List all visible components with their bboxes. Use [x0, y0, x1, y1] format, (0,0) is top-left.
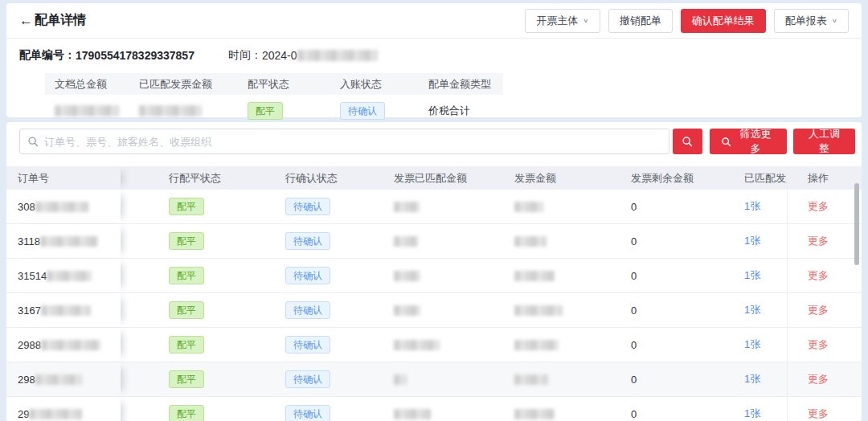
vertical-scrollbar-thumb[interactable]	[854, 183, 859, 265]
row-confirm-badge: 待确认	[285, 198, 330, 215]
row-confirm-badge: 待确认	[285, 232, 330, 250]
summary-header-row: 文档总金额 已匹配发票金额 配平状态 入账状态 配单金额类型	[45, 73, 503, 95]
redacted-matched-amount	[394, 374, 407, 385]
more-action-link[interactable]: 更多	[808, 407, 829, 421]
invoice-detail-link[interactable]: 1张	[744, 337, 760, 352]
remaining-amount: 0	[591, 259, 707, 292]
order-no-prefix: 29	[18, 408, 29, 420]
summary-header-doc-total: 文档总金额	[45, 77, 129, 92]
invoice-detail-link[interactable]: 1张	[744, 234, 760, 248]
more-action-link[interactable]: 更多	[808, 199, 829, 214]
revoke-button[interactable]: 撤销配单	[608, 9, 673, 33]
more-action-link[interactable]: 更多	[808, 303, 829, 317]
remaining-amount: 0	[591, 397, 707, 421]
search-toolbar: 筛选更多 人工调整	[6, 122, 862, 161]
redacted-order-number	[47, 271, 92, 281]
remaining-amount: 0	[591, 328, 707, 362]
order-no-prefix: 298	[18, 374, 35, 386]
revoke-label: 撤销配单	[620, 14, 661, 28]
order-no-cell: 29	[6, 397, 121, 421]
invoice-detail-link[interactable]: 1张	[744, 303, 760, 317]
redacted-matched-amount	[394, 305, 420, 316]
header-actions: 开票主体 ∨ 撤销配单 确认配单结果 配单报表 ∨	[525, 9, 849, 33]
order-list-card: 筛选更多 人工调整 订单号 行配平状态 行确认状态 发票已匹配金额 发票金额 发…	[6, 122, 862, 421]
column-order-no: 订单号	[6, 166, 121, 190]
summary-table: 文档总金额 已匹配发票金额 配平状态 入账状态 配单金额类型 配平 待确认 价税…	[45, 73, 503, 127]
table-row: 308 配平 待确认 0 1张 更多	[6, 190, 862, 224]
redacted-invoice-amount	[514, 409, 555, 419]
manual-adjust-label: 人工调整	[804, 127, 845, 156]
invoice-subject-label: 开票主体	[536, 14, 578, 28]
search-icon	[721, 137, 731, 147]
more-action-link[interactable]: 更多	[808, 337, 829, 352]
redacted-order-number	[35, 374, 82, 385]
search-button[interactable]	[673, 129, 702, 154]
back-arrow-icon[interactable]: ←	[19, 13, 33, 29]
table-row: 29 配平 待确认 0 1张 更多	[6, 397, 862, 421]
invoice-subject-button[interactable]: 开票主体 ∨	[525, 9, 600, 33]
order-no-cell: 3167	[6, 293, 121, 327]
order-number-label: 配单编号：	[19, 48, 76, 63]
remaining-amount: 0	[591, 362, 707, 396]
invoice-detail-link[interactable]: 1张	[744, 407, 760, 421]
redacted-invoice-amount	[514, 374, 548, 385]
order-no-prefix: 3118	[18, 235, 40, 247]
order-number-value: 1790554178329337857	[76, 49, 194, 62]
redacted-order-number	[40, 236, 98, 247]
filter-more-button[interactable]: 筛选更多	[710, 129, 787, 154]
row-balance-badge: 配平	[169, 198, 204, 215]
row-balance-badge: 配平	[169, 336, 204, 354]
order-no-prefix: 308	[18, 201, 35, 213]
report-button[interactable]: 配单报表 ∨	[774, 9, 849, 33]
chevron-down-icon: ∨	[832, 17, 837, 23]
manual-adjust-button[interactable]: 人工调整	[793, 129, 855, 154]
invoice-detail-link[interactable]: 1张	[744, 268, 760, 283]
row-confirm-badge: 待确认	[285, 405, 330, 421]
column-invoice-amount: 发票金额	[474, 166, 591, 190]
column-operation: 操作	[787, 166, 855, 190]
invoice-detail-link[interactable]: 1张	[744, 372, 760, 386]
column-invoice-remaining: 发票剩余金额	[591, 166, 707, 190]
column-invoice-matched-amount: 发票已匹配金额	[354, 166, 474, 190]
column-row-confirm-status: 行确认状态	[237, 166, 354, 190]
time-value-prefix: 2024-0	[262, 49, 297, 62]
order-no-cell: 298	[6, 362, 121, 396]
more-action-link[interactable]: 更多	[808, 234, 829, 248]
row-balance-badge: 配平	[169, 301, 204, 319]
remaining-amount: 0	[591, 293, 707, 327]
filter-more-label: 筛选更多	[735, 127, 776, 156]
table-header-row: 订单号 行配平状态 行确认状态 发票已匹配金额 发票金额 发票剩余金额 已匹配发…	[6, 166, 862, 190]
redacted-order-number	[41, 340, 100, 350]
order-number-line: 配单编号： 1790554178329337857 时间： 2024-0	[19, 48, 849, 63]
row-confirm-badge: 待确认	[285, 336, 330, 354]
row-balance-badge: 配平	[169, 232, 204, 250]
row-balance-badge: 配平	[169, 370, 204, 388]
row-balance-badge: 配平	[169, 405, 204, 421]
more-action-link[interactable]: 更多	[808, 268, 829, 283]
confirm-result-button[interactable]: 确认配单结果	[681, 9, 766, 33]
detail-header-card: ← 配单详情 开票主体 ∨ 撤销配单 确认配单结果 配单报表 ∨ 配单编号： 1…	[6, 3, 862, 117]
redacted-order-number	[41, 305, 91, 316]
search-input[interactable]	[19, 129, 669, 154]
invoice-detail-link[interactable]: 1张	[744, 199, 760, 214]
summary-header-matched-total: 已匹配发票金额	[129, 77, 238, 92]
more-action-link[interactable]: 更多	[808, 372, 829, 386]
page-title: 配单详情	[35, 12, 86, 29]
order-info-section: 配单编号： 1790554178329337857 时间： 2024-0 文档总…	[6, 39, 862, 127]
order-no-prefix: 3167	[18, 305, 41, 317]
row-confirm-badge: 待确认	[285, 267, 330, 284]
table-row: 3118 配平 待确认 0 1张 更多	[6, 224, 862, 259]
report-label: 配单报表	[785, 14, 827, 28]
balance-status-badge: 配平	[248, 102, 283, 120]
time-label: 时间：	[228, 48, 262, 63]
redacted-matched-amount	[394, 340, 440, 350]
search-icon	[682, 136, 693, 147]
table-row: 3167 配平 待确认 0 1张 更多	[6, 293, 862, 328]
summary-header-balance-status: 配平状态	[238, 77, 330, 92]
redacted-invoice-amount	[514, 340, 559, 350]
confirm-result-label: 确认配单结果	[692, 14, 755, 28]
redacted-order-number	[35, 202, 88, 212]
order-no-cell: 31514	[6, 259, 121, 292]
redacted-invoice-amount	[514, 271, 555, 281]
order-no-cell: 3118	[6, 224, 121, 258]
